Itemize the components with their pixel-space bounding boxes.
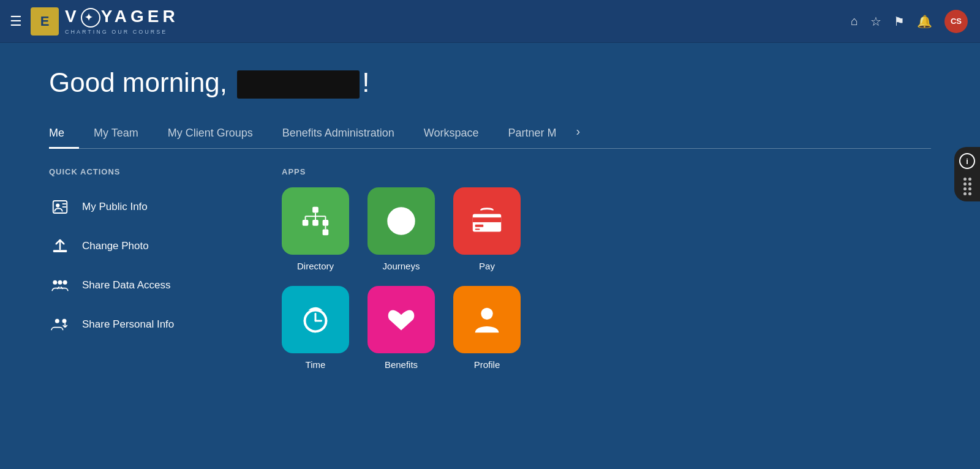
app-directory-icon-box (282, 187, 349, 255)
svg-point-5 (53, 280, 57, 285)
svg-rect-4 (53, 250, 67, 253)
app-time[interactable]: Time (282, 286, 349, 370)
app-journeys-label: Journeys (383, 261, 420, 271)
logo: E V✦YAGER CHARTING OUR COURSE (31, 7, 179, 36)
svg-point-1 (56, 204, 59, 208)
app-pay[interactable]: Pay (453, 187, 521, 271)
svg-point-10 (55, 319, 59, 323)
tab-my-client-groups[interactable]: My Client Groups (153, 121, 268, 148)
svg-point-28 (399, 219, 404, 224)
action-change-photo[interactable]: Change Photo (49, 227, 282, 266)
greeting-prefix: Good morning, (49, 67, 227, 97)
header: ☰ E V✦YAGER CHARTING OUR COURSE ⌂ ☆ ⚑ 🔔 … (0, 0, 980, 43)
svg-point-6 (63, 280, 67, 285)
share-personal-info-icon (49, 313, 71, 336)
greeting: Good morning, ! (49, 67, 931, 99)
share-data-access-label: Share Data Access (82, 279, 171, 291)
widget-dot (968, 178, 971, 181)
user-avatar[interactable]: CS (944, 10, 968, 33)
tab-my-team[interactable]: My Team (79, 121, 153, 148)
widget-info-icon: i (959, 153, 975, 169)
action-my-public-info[interactable]: My Public Info (49, 187, 282, 227)
share-data-access-icon (49, 274, 71, 296)
logo-tagline: CHARTING OUR COURSE (65, 29, 179, 35)
flag-icon[interactable]: ⚑ (894, 14, 905, 29)
hamburger-menu-icon[interactable]: ☰ (10, 13, 22, 29)
svg-rect-25 (323, 230, 329, 236)
quick-actions-label: QUICK ACTIONS (49, 167, 282, 176)
home-icon[interactable]: ⌂ (851, 14, 858, 28)
my-public-info-icon (49, 196, 71, 218)
app-time-label: Time (306, 359, 326, 370)
tab-scroll-right-icon[interactable]: › (576, 124, 581, 144)
svg-point-43 (481, 308, 492, 320)
app-directory[interactable]: Directory (282, 187, 349, 271)
app-time-icon-box (282, 286, 349, 353)
greeting-name (237, 70, 360, 99)
tab-workspace[interactable]: Workspace (409, 121, 494, 148)
tab-partner-m[interactable]: Partner M (494, 121, 571, 148)
svg-rect-16 (303, 220, 309, 226)
app-profile-label: Profile (474, 359, 500, 370)
widget-dot (968, 182, 971, 186)
apps-grid: Directory (282, 187, 931, 370)
widget-dot (963, 192, 967, 195)
widget-dot (963, 187, 967, 190)
action-share-data-access[interactable]: Share Data Access (49, 266, 282, 305)
header-right: ⌂ ☆ ⚑ 🔔 CS (851, 10, 968, 33)
widget-dot (968, 187, 971, 190)
app-profile[interactable]: Profile (453, 286, 521, 370)
apps-label: APPS (282, 167, 931, 176)
apps-panel: APPS (282, 167, 931, 370)
svg-point-11 (62, 319, 67, 323)
tabs-bar: Me My Team My Client Groups Benefits Adm… (49, 121, 931, 149)
tab-benefits-administration[interactable]: Benefits Administration (268, 121, 409, 148)
app-pay-label: Pay (479, 261, 495, 271)
main-content: Good morning, ! Me My Team My Client Gro… (0, 43, 980, 370)
quick-actions-panel: QUICK ACTIONS My Public Info (49, 167, 282, 370)
app-pay-icon-box (453, 187, 521, 255)
action-share-personal-info[interactable]: Share Personal Info (49, 305, 282, 344)
widget-dot (968, 192, 971, 195)
app-benefits[interactable]: Benefits (368, 286, 435, 370)
body-section: QUICK ACTIONS My Public Info (49, 167, 931, 370)
app-benefits-icon-box (368, 286, 435, 353)
header-left: ☰ E V✦YAGER CHARTING OUR COURSE (10, 7, 179, 36)
share-personal-info-label: Share Personal Info (82, 318, 174, 331)
widget-dot (963, 178, 967, 181)
logo-shield: E (31, 7, 59, 36)
logo-text: V✦YAGER CHARTING OUR COURSE (65, 8, 179, 35)
app-profile-icon-box (453, 286, 521, 353)
svg-rect-18 (323, 220, 329, 226)
logo-name: V✦YAGER (65, 8, 179, 28)
app-journeys[interactable]: Journeys (368, 187, 435, 271)
bell-icon[interactable]: 🔔 (917, 14, 932, 29)
widget-dots (963, 178, 971, 195)
app-directory-label: Directory (297, 261, 334, 271)
change-photo-label: Change Photo (82, 240, 149, 252)
svg-rect-35 (473, 218, 501, 223)
change-photo-icon (49, 235, 71, 257)
side-widget[interactable]: i (954, 147, 980, 201)
tab-me[interactable]: Me (49, 121, 79, 148)
app-benefits-label: Benefits (385, 359, 418, 370)
app-journeys-icon-box (368, 187, 435, 255)
star-icon[interactable]: ☆ (870, 14, 881, 29)
my-public-info-label: My Public Info (82, 201, 148, 213)
svg-rect-36 (475, 225, 484, 227)
svg-rect-37 (475, 229, 480, 230)
svg-rect-17 (312, 220, 318, 226)
svg-point-7 (58, 280, 62, 285)
svg-rect-15 (312, 207, 318, 213)
widget-dot (963, 182, 967, 186)
